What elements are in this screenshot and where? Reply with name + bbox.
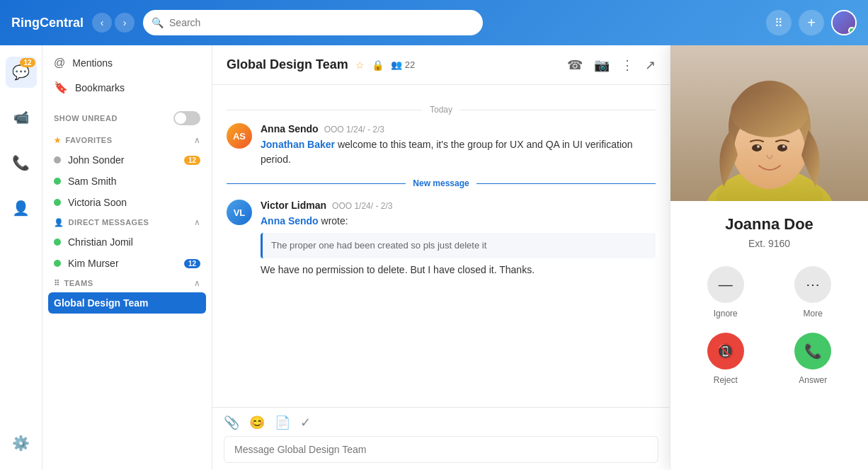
status-dot-online [54, 199, 61, 206]
search-icon: 🔍 [152, 17, 164, 28]
teams-icon: ⠿ [54, 279, 60, 288]
sidebar-item-bookmarks[interactable]: 🔖 Bookmarks [42, 75, 212, 100]
svg-point-9 [752, 144, 762, 151]
contact-christian-jomil[interactable]: Christian Jomil [42, 231, 212, 253]
message-row: VL Victor Lidman OOO 1/24/ - 2/3 Anna Se… [227, 200, 656, 277]
mention-link[interactable]: Jonathan Baker [261, 139, 335, 150]
more-button[interactable]: ⋯ [794, 266, 831, 303]
channel-actions: ☎ 📷 ⋮ ↗ [567, 57, 656, 73]
sidebar-item-mentions[interactable]: @ Mentions [42, 51, 212, 75]
emoji-icon[interactable]: 😊 [249, 415, 265, 430]
video-nav-item[interactable]: 📹 [6, 102, 37, 133]
ignore-button[interactable]: — [707, 266, 744, 303]
reject-action: 📵 Reject [707, 333, 744, 385]
quoted-author: Anna Sendo [261, 215, 319, 227]
star-icon[interactable]: ☆ [355, 59, 365, 71]
message-header: Victor Lidman OOO 1/24/ - 2/3 [261, 200, 656, 211]
answer-action: 📞 Answer [794, 333, 831, 385]
dm-section-header: 👤 DIRECT MESSAGES ∧ [42, 213, 212, 231]
bookmark-icon: 🔖 [54, 81, 68, 94]
app-header: RingCentral ‹ › 🔍 ⠿ + [0, 0, 868, 45]
call-actions: — Ignore ⋯ More [682, 266, 857, 319]
quoted-message: The proper one had been created so pls j… [261, 233, 656, 258]
grid-icon-button[interactable]: ⠿ [766, 10, 792, 35]
favorites-chevron[interactable]: ∧ [194, 135, 200, 145]
contact-kim-murser[interactable]: Kim Murser 12 [42, 253, 212, 274]
search-input[interactable] [169, 17, 474, 28]
add-button[interactable]: + [799, 10, 824, 35]
status-dot-online [54, 260, 61, 267]
expand-action-icon[interactable]: ↗ [645, 57, 656, 73]
status-dot-away [54, 156, 61, 164]
message-time: OOO 1/24/ - 2/3 [324, 125, 384, 134]
message-row: AS Anna Sendo OOO 1/24/ - 2/3 Jonathan B… [227, 123, 656, 167]
more-action: ⋯ More [794, 266, 831, 319]
message-text: Anna Sendo wrote: The proper one had bee… [261, 214, 656, 277]
new-message-text: New message [413, 178, 469, 188]
reject-button[interactable]: 📵 [707, 333, 744, 369]
at-icon: @ [54, 57, 65, 69]
channel-name: Global Design Team [227, 57, 348, 72]
task-icon[interactable]: ✓ [300, 415, 311, 430]
sidebar-quick-links: @ Mentions 🔖 Bookmarks [42, 45, 212, 105]
mentions-label: Mentions [72, 57, 113, 69]
messages-list: Today AS Anna Sendo OOO 1/24/ - 2/3 Jona… [212, 85, 670, 407]
dm-chevron[interactable]: ∧ [194, 217, 200, 227]
date-divider: Today [227, 105, 656, 115]
contact-victoria-soon[interactable]: Victoria Soon [42, 192, 212, 213]
messaging-badge: 12 [20, 58, 35, 67]
favorites-title: ★ FAVORITES [54, 136, 113, 145]
team-global-design[interactable]: Global Design Team [48, 292, 206, 314]
caller-photo-svg [670, 45, 868, 201]
svg-point-11 [757, 145, 760, 148]
template-icon[interactable]: 📄 [275, 415, 290, 430]
ignore-label: Ignore [714, 309, 738, 319]
members-count: 22 [405, 59, 415, 70]
nav-back-button[interactable]: ‹ [92, 13, 112, 33]
main-content: Global Design Team ☆ 🔒 👥 22 ☎ 📷 ⋮ ↗ Toda… [212, 45, 670, 470]
bookmarks-label: Bookmarks [75, 82, 125, 93]
user-avatar[interactable] [831, 10, 857, 35]
teams-chevron[interactable]: ∧ [194, 278, 200, 288]
lock-icon: 🔒 [372, 59, 384, 71]
contacts-nav-item[interactable]: 👤 [6, 193, 37, 224]
main-layout: 💬 12 📹 📞 👤 ⚙️ @ Mentions 🔖 Bookmarks [0, 45, 868, 470]
new-message-divider: New message [227, 178, 656, 188]
phone-nav-item[interactable]: 📞 [6, 147, 37, 178]
status-dot-online [54, 178, 61, 185]
online-status-dot [848, 27, 855, 34]
caller-ext: Ext. 9160 [682, 238, 857, 249]
svg-point-10 [777, 144, 787, 151]
ignore-action: — Ignore [707, 266, 744, 319]
messaging-nav-item[interactable]: 💬 12 [6, 57, 37, 88]
phone-icon: 📞 [12, 154, 30, 171]
attachment-icon[interactable]: 📎 [224, 415, 239, 430]
settings-icon: ⚙️ [12, 435, 30, 452]
more-action-icon[interactable]: ⋮ [621, 57, 634, 73]
settings-nav-item[interactable]: ⚙️ [6, 428, 37, 459]
channel-header: Global Design Team ☆ 🔒 👥 22 ☎ 📷 ⋮ ↗ [212, 45, 670, 85]
contacts-icon: 👤 [12, 200, 30, 217]
more-label: More [804, 309, 823, 319]
show-unread-toggle[interactable] [173, 111, 200, 125]
answer-button[interactable]: 📞 [794, 333, 831, 369]
members-icon: 👥 [391, 59, 402, 70]
app-logo: RingCentral [11, 16, 84, 30]
phone-action-icon[interactable]: ☎ [567, 57, 583, 73]
nav-forward-button[interactable]: › [115, 13, 135, 33]
video-action-icon[interactable]: 📷 [594, 57, 610, 73]
message-input[interactable] [224, 436, 658, 463]
contact-john-sonder[interactable]: John Sonder 12 [42, 149, 212, 171]
message-input-area: 📎 😊 📄 ✓ [212, 407, 670, 470]
date-divider-text: Today [430, 105, 452, 115]
show-unread-toggle-row: SHOW UNREAD [42, 105, 212, 131]
contact-sam-smith[interactable]: Sam Smith [42, 171, 212, 192]
status-dot-online [54, 239, 61, 246]
channel-members: 👥 22 [391, 59, 415, 70]
favorites-list: John Sonder 12 Sam Smith Victoria Soon [42, 149, 212, 213]
reject-label: Reject [714, 375, 738, 385]
message-author: Victor Lidman [261, 200, 326, 211]
search-bar: 🔍 [143, 10, 483, 35]
dm-icon: 👤 [54, 218, 64, 227]
svg-point-8 [731, 88, 809, 137]
